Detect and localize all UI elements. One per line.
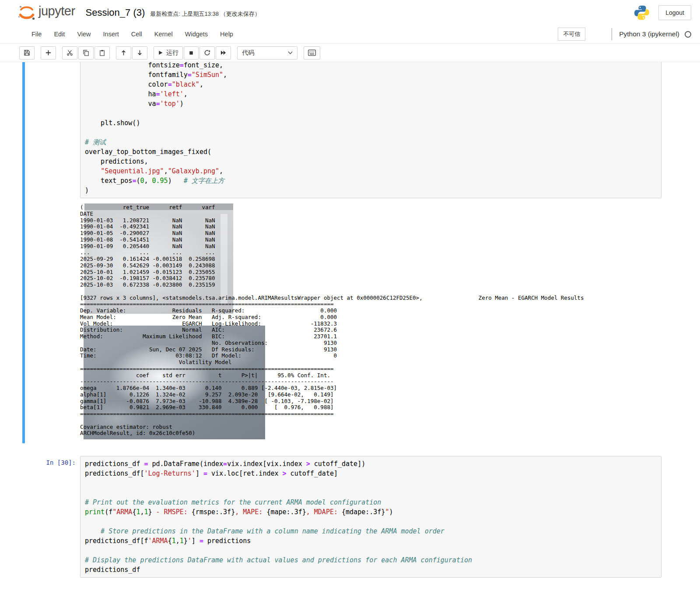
notebook-title[interactable]: Session_7 (3) <box>86 7 145 18</box>
trust-badge[interactable]: 不可信 <box>558 28 585 41</box>
run-button[interactable]: 运行 <box>154 46 183 60</box>
menu-file[interactable]: File <box>25 26 48 42</box>
menu-kernel[interactable]: Kernel <box>148 26 179 42</box>
restart-run-all-button[interactable] <box>216 46 231 60</box>
input-prompt-cell-1 <box>28 62 80 198</box>
cut-cell-button[interactable] <box>62 46 77 60</box>
fast-forward-icon <box>220 49 227 56</box>
plus-icon <box>45 49 52 56</box>
kernel-name[interactable]: Python 3 (ipykernel) <box>619 30 679 38</box>
toolbar: 运行 代码 <box>0 44 700 62</box>
menu-insert[interactable]: Insert <box>97 26 125 42</box>
interrupt-kernel-button[interactable] <box>184 46 199 60</box>
arrow-up-icon <box>120 49 127 56</box>
arrow-down-icon <box>136 49 143 56</box>
output-area-cell-1: ( ret_true retf varf DATE 1990-01-03 1.2… <box>80 204 662 441</box>
save-icon <box>24 49 30 56</box>
paste-cell-button[interactable] <box>94 46 110 60</box>
restart-icon <box>204 49 210 56</box>
checkpoint-status: 最新检查点: 上星期五13:38 （更改未保存） <box>150 10 260 18</box>
menu-help[interactable]: Help <box>214 26 239 42</box>
jupyter-logo-icon <box>17 3 37 22</box>
code-editor-cell-2[interactable]: predictions_df = pd.DataFrame(index=vix.… <box>80 456 662 578</box>
brand-text: jupyter <box>38 4 75 21</box>
code-cell-2[interactable]: In [30]: predictions_df = pd.DataFrame(i… <box>22 454 662 580</box>
menu-edit[interactable]: Edit <box>48 26 71 42</box>
chevron-down-icon <box>288 51 293 54</box>
python-logo-icon <box>634 5 650 21</box>
code-editor-cell-1[interactable]: fontsize=font_size, fontfamily="SimSun",… <box>80 62 662 198</box>
menu-widgets[interactable]: Widgets <box>179 26 214 42</box>
keyboard-icon <box>308 49 316 56</box>
move-cell-down-button[interactable] <box>132 46 147 60</box>
header: jupyter Session_7 (3) 最新检查点: 上星期五13:38 （… <box>0 0 700 25</box>
menubar: File Edit View Insert Cell Kernel Widget… <box>0 25 700 44</box>
kernel-idle-icon <box>685 31 691 38</box>
cell-type-value: 代码 <box>242 49 254 57</box>
run-label: 运行 <box>166 49 178 57</box>
input-prompt-cell-2: In [30]: <box>28 456 80 578</box>
copy-icon <box>83 49 89 56</box>
menu-view[interactable]: View <box>71 26 97 42</box>
cell-selection-bar <box>22 62 25 443</box>
notebook: fontsize=font_size, fontfamily="SimSun",… <box>0 62 700 596</box>
output-prompt-cell-1 <box>28 204 80 441</box>
output-text: ( ret_true retf varf DATE 1990-01-03 1.2… <box>80 204 662 437</box>
stop-icon <box>189 50 194 56</box>
play-icon <box>158 50 163 56</box>
add-cell-button[interactable] <box>41 46 56 60</box>
kernel-indicator-area: Python 3 (ipykernel) <box>612 28 691 40</box>
restart-kernel-button[interactable] <box>200 46 215 60</box>
menu-cell[interactable]: Cell <box>125 26 148 42</box>
code-cell-1[interactable]: fontsize=font_size, fontfamily="SimSun",… <box>22 62 662 443</box>
scissors-icon <box>66 49 73 56</box>
move-cell-up-button[interactable] <box>116 46 131 60</box>
cell-type-select[interactable]: 代码 <box>237 46 298 60</box>
logout-button[interactable]: Logout <box>658 5 691 20</box>
save-button[interactable] <box>19 46 35 60</box>
keyboard-shortcuts-button[interactable] <box>304 46 320 60</box>
copy-cell-button[interactable] <box>78 46 94 60</box>
jupyter-brand[interactable]: jupyter <box>17 3 75 22</box>
clipboard-icon <box>99 49 105 56</box>
